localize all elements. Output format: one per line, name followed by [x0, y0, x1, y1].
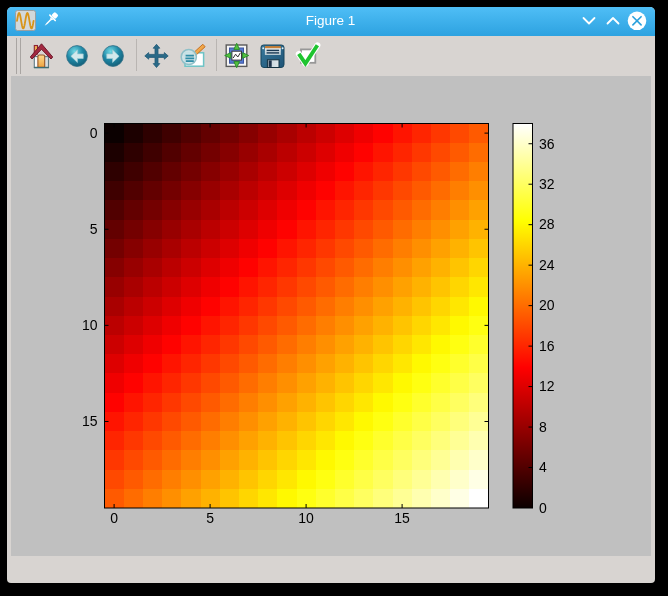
svg-text:8: 8 [539, 419, 547, 435]
svg-text:10: 10 [298, 510, 314, 526]
svg-text:0: 0 [539, 500, 547, 516]
svg-text:36: 36 [539, 136, 555, 152]
svg-text:15: 15 [82, 413, 98, 429]
svg-text:0: 0 [90, 125, 98, 141]
svg-text:12: 12 [539, 378, 555, 394]
svg-text:20: 20 [539, 297, 555, 313]
svg-text:32: 32 [539, 176, 555, 192]
svg-text:5: 5 [206, 510, 214, 526]
svg-text:10: 10 [82, 317, 98, 333]
svg-text:5: 5 [90, 221, 98, 237]
svg-text:24: 24 [539, 257, 555, 273]
svg-text:0: 0 [110, 510, 118, 526]
svg-text:28: 28 [539, 216, 555, 232]
svg-text:16: 16 [539, 338, 555, 354]
svg-text:15: 15 [394, 510, 410, 526]
svg-text:4: 4 [539, 459, 547, 475]
